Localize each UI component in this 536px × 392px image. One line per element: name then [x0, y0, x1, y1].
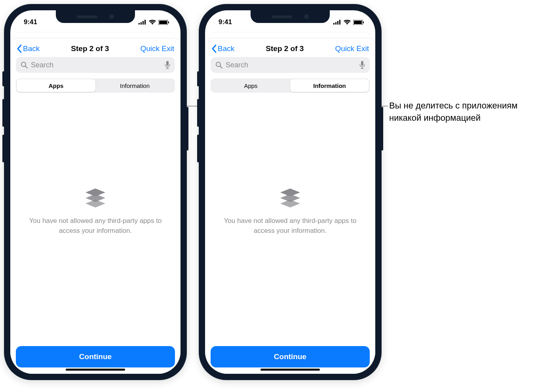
side-button — [186, 107, 188, 150]
svg-rect-12 — [337, 21, 338, 25]
tab-information-label: Information — [120, 82, 150, 89]
volume-up-button — [197, 99, 199, 127]
volume-down-button — [2, 135, 4, 162]
svg-rect-10 — [333, 23, 335, 25]
back-button[interactable]: Back — [17, 44, 40, 53]
svg-rect-11 — [335, 22, 336, 25]
side-button — [381, 107, 383, 150]
search-input[interactable]: Search — [211, 57, 370, 73]
front-camera — [304, 14, 309, 19]
tab-apps[interactable]: Apps — [17, 79, 95, 92]
segmented-control: Apps Information — [16, 78, 175, 93]
notch — [251, 10, 330, 23]
speaker-grille — [77, 15, 97, 18]
search-placeholder: Search — [226, 61, 356, 69]
segmented-control: Apps Information — [211, 78, 370, 93]
stack-icon — [278, 187, 302, 210]
nav-title: Step 2 of 3 — [266, 44, 304, 53]
tab-information[interactable]: Information — [290, 79, 369, 92]
mute-switch — [2, 71, 4, 86]
svg-line-18 — [220, 66, 222, 68]
battery-icon — [353, 20, 364, 25]
phone-mockup-apps: 9:41 Back Step 2 of 3 Quick Exit — [4, 4, 187, 380]
quick-exit-button[interactable]: Quick Exit — [335, 44, 369, 53]
continue-button[interactable]: Continue — [16, 346, 175, 367]
nav-bar: Back Step 2 of 3 Quick Exit — [211, 39, 370, 57]
dictate-icon[interactable] — [165, 61, 170, 69]
empty-state: You have not allowed any third-party app… — [211, 93, 370, 346]
wifi-icon — [149, 20, 156, 25]
volume-down-button — [197, 135, 199, 162]
tab-apps-label: Apps — [49, 82, 64, 89]
tab-information-label: Information — [313, 82, 346, 89]
status-time: 9:41 — [219, 18, 232, 26]
empty-state: You have not allowed any third-party app… — [16, 93, 175, 346]
empty-message: You have not allowed any third-party app… — [220, 216, 360, 236]
status-icons — [333, 20, 364, 25]
continue-label: Continue — [274, 352, 306, 361]
back-button[interactable]: Back — [211, 44, 234, 53]
stack-icon — [83, 187, 108, 210]
chevron-left-icon — [17, 44, 22, 53]
svg-rect-13 — [339, 20, 340, 25]
svg-rect-5 — [159, 21, 167, 24]
search-icon — [215, 61, 222, 69]
tab-apps[interactable]: Apps — [211, 79, 290, 92]
chevron-left-icon — [211, 44, 217, 53]
home-indicator[interactable] — [66, 369, 125, 371]
nav-bar: Back Step 2 of 3 Quick Exit — [16, 39, 175, 57]
home-indicator[interactable] — [260, 369, 320, 371]
svg-rect-6 — [168, 21, 169, 23]
callout-text: Вы не делитесь с приложениям никакой инф… — [389, 100, 532, 124]
mute-switch — [197, 71, 199, 86]
svg-rect-3 — [144, 20, 146, 25]
empty-message: You have not allowed any third-party app… — [25, 216, 165, 236]
quick-exit-button[interactable]: Quick Exit — [140, 44, 174, 53]
svg-rect-16 — [363, 21, 364, 23]
svg-rect-0 — [139, 23, 140, 25]
continue-label: Continue — [79, 352, 112, 361]
volume-up-button — [2, 99, 4, 127]
front-camera — [109, 14, 114, 19]
screen: 9:41 Back Step 2 of 3 Quick Exit — [205, 10, 375, 374]
search-placeholder: Search — [31, 61, 162, 69]
battery-icon — [158, 20, 169, 25]
sheet: Back Step 2 of 3 Quick Exit Search Apps … — [10, 39, 181, 374]
back-label: Back — [218, 44, 234, 53]
speaker-grille — [272, 15, 292, 18]
svg-line-8 — [25, 66, 27, 68]
cellular-icon — [139, 20, 146, 25]
tab-apps-label: Apps — [244, 82, 257, 89]
svg-rect-1 — [141, 22, 142, 25]
svg-rect-19 — [361, 61, 363, 66]
svg-rect-9 — [166, 61, 169, 66]
search-icon — [21, 61, 28, 69]
status-icons — [139, 20, 169, 25]
notch — [56, 10, 135, 23]
screen: 9:41 Back Step 2 of 3 Quick Exit — [10, 10, 181, 374]
wifi-icon — [344, 20, 351, 25]
back-label: Back — [23, 44, 40, 53]
continue-button[interactable]: Continue — [211, 346, 370, 367]
tab-information[interactable]: Information — [95, 79, 174, 92]
status-time: 9:41 — [24, 18, 37, 26]
nav-title: Step 2 of 3 — [71, 44, 109, 53]
svg-rect-15 — [354, 21, 362, 24]
cellular-icon — [333, 20, 341, 25]
svg-rect-2 — [143, 21, 144, 25]
sheet: Back Step 2 of 3 Quick Exit Search Apps … — [205, 39, 375, 374]
search-input[interactable]: Search — [16, 57, 175, 73]
diagram-canvas: 9:41 Back Step 2 of 3 Quick Exit — [0, 0, 536, 392]
phone-mockup-information: 9:41 Back Step 2 of 3 Quick Exit — [199, 4, 382, 380]
dictate-icon[interactable] — [359, 61, 365, 69]
